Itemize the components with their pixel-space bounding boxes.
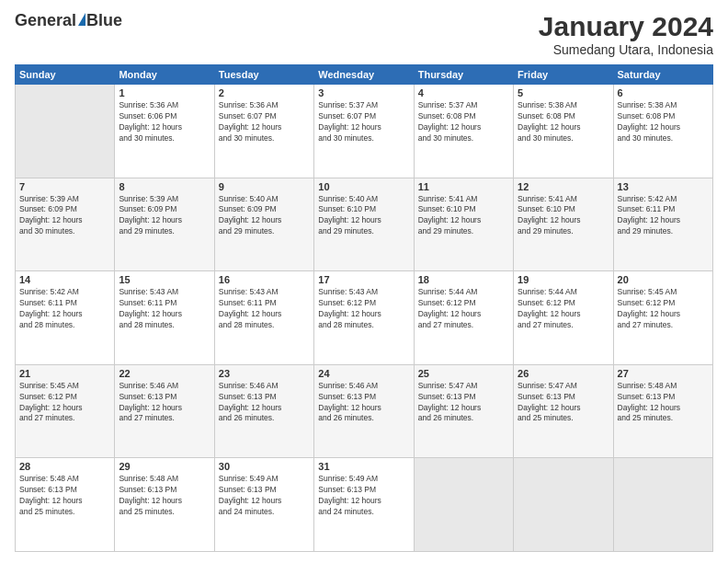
day-number: 19: [518, 274, 609, 285]
cell-info: Sunrise: 5:43 AMSunset: 6:11 PMDaylight:…: [119, 287, 210, 331]
calendar-cell: 1Sunrise: 5:36 AMSunset: 6:06 PMDaylight…: [115, 85, 214, 178]
calendar-cell: 14Sunrise: 5:42 AMSunset: 6:11 PMDayligh…: [16, 271, 115, 365]
calendar-cell: 2Sunrise: 5:36 AMSunset: 6:07 PMDaylight…: [214, 85, 313, 178]
day-number: 16: [219, 274, 310, 285]
calendar-header-row: SundayMondayTuesdayWednesdayThursdayFrid…: [16, 65, 713, 85]
calendar-cell: 8Sunrise: 5:39 AMSunset: 6:09 PMDaylight…: [115, 178, 214, 271]
cell-info: Sunrise: 5:46 AMSunset: 6:13 PMDaylight:…: [119, 381, 210, 425]
cell-info: Sunrise: 5:47 AMSunset: 6:13 PMDaylight:…: [418, 381, 509, 425]
title-block: January 2024 Sumedang Utara, Indonesia: [539, 11, 713, 57]
day-number: 29: [119, 461, 210, 472]
week-row-3: 14Sunrise: 5:42 AMSunset: 6:11 PMDayligh…: [16, 271, 713, 365]
calendar-cell: 27Sunrise: 5:48 AMSunset: 6:13 PMDayligh…: [613, 364, 712, 458]
cell-info: Sunrise: 5:44 AMSunset: 6:12 PMDaylight:…: [518, 287, 609, 331]
calendar-cell: 24Sunrise: 5:46 AMSunset: 6:13 PMDayligh…: [314, 364, 414, 458]
cell-info: Sunrise: 5:48 AMSunset: 6:13 PMDaylight:…: [19, 474, 110, 518]
col-header-thursday: Thursday: [414, 65, 513, 85]
page: General Blue January 2024 Sumedang Utara…: [0, 0, 728, 563]
day-number: 26: [518, 368, 609, 379]
day-number: 10: [318, 181, 409, 192]
cell-info: Sunrise: 5:41 AMSunset: 6:10 PMDaylight:…: [418, 194, 509, 238]
day-number: 21: [19, 368, 110, 379]
week-row-2: 7Sunrise: 5:39 AMSunset: 6:09 PMDaylight…: [16, 178, 713, 271]
day-number: 1: [119, 87, 210, 98]
cell-info: Sunrise: 5:36 AMSunset: 6:06 PMDaylight:…: [119, 100, 210, 144]
cell-info: Sunrise: 5:47 AMSunset: 6:13 PMDaylight:…: [518, 381, 609, 425]
calendar-cell: 6Sunrise: 5:38 AMSunset: 6:08 PMDaylight…: [613, 85, 712, 178]
calendar-table: SundayMondayTuesdayWednesdayThursdayFrid…: [15, 64, 713, 552]
calendar-cell: 5Sunrise: 5:38 AMSunset: 6:08 PMDaylight…: [514, 85, 613, 178]
col-header-wednesday: Wednesday: [314, 65, 414, 85]
day-number: 12: [518, 181, 609, 192]
calendar-cell: [514, 458, 613, 552]
calendar-cell: 4Sunrise: 5:37 AMSunset: 6:08 PMDaylight…: [414, 85, 513, 178]
day-number: 8: [119, 181, 210, 192]
cell-info: Sunrise: 5:40 AMSunset: 6:10 PMDaylight:…: [318, 194, 409, 238]
col-header-sunday: Sunday: [16, 65, 115, 85]
calendar-cell: 7Sunrise: 5:39 AMSunset: 6:09 PMDaylight…: [16, 178, 115, 271]
cell-info: Sunrise: 5:38 AMSunset: 6:08 PMDaylight:…: [518, 100, 609, 144]
calendar-cell: 18Sunrise: 5:44 AMSunset: 6:12 PMDayligh…: [414, 271, 513, 365]
col-header-monday: Monday: [115, 65, 214, 85]
col-header-friday: Friday: [514, 65, 613, 85]
cell-info: Sunrise: 5:43 AMSunset: 6:12 PMDaylight:…: [318, 287, 409, 331]
day-number: 2: [219, 87, 310, 98]
logo-general: General: [15, 11, 76, 30]
day-number: 28: [19, 461, 110, 472]
day-number: 25: [418, 368, 509, 379]
cell-info: Sunrise: 5:49 AMSunset: 6:13 PMDaylight:…: [318, 474, 409, 518]
day-number: 18: [418, 274, 509, 285]
cell-info: Sunrise: 5:38 AMSunset: 6:08 PMDaylight:…: [618, 100, 709, 144]
calendar-cell: 15Sunrise: 5:43 AMSunset: 6:11 PMDayligh…: [115, 271, 214, 365]
cell-info: Sunrise: 5:40 AMSunset: 6:09 PMDaylight:…: [219, 194, 310, 238]
day-number: 20: [618, 274, 709, 285]
cell-info: Sunrise: 5:45 AMSunset: 6:12 PMDaylight:…: [618, 287, 709, 331]
calendar-cell: [16, 85, 115, 178]
cell-info: Sunrise: 5:37 AMSunset: 6:08 PMDaylight:…: [418, 100, 509, 144]
calendar-cell: 26Sunrise: 5:47 AMSunset: 6:13 PMDayligh…: [514, 364, 613, 458]
col-header-saturday: Saturday: [613, 65, 712, 85]
day-number: 5: [518, 87, 609, 98]
cell-info: Sunrise: 5:43 AMSunset: 6:11 PMDaylight:…: [219, 287, 310, 331]
calendar-cell: [613, 458, 712, 552]
calendar-cell: 11Sunrise: 5:41 AMSunset: 6:10 PMDayligh…: [414, 178, 513, 271]
day-number: 24: [318, 368, 409, 379]
cell-info: Sunrise: 5:46 AMSunset: 6:13 PMDaylight:…: [219, 381, 310, 425]
day-number: 11: [418, 181, 509, 192]
cell-info: Sunrise: 5:39 AMSunset: 6:09 PMDaylight:…: [19, 194, 110, 238]
calendar-cell: 9Sunrise: 5:40 AMSunset: 6:09 PMDaylight…: [214, 178, 313, 271]
calendar-cell: 10Sunrise: 5:40 AMSunset: 6:10 PMDayligh…: [314, 178, 414, 271]
day-number: 7: [19, 181, 110, 192]
cell-info: Sunrise: 5:36 AMSunset: 6:07 PMDaylight:…: [219, 100, 310, 144]
day-number: 3: [318, 87, 409, 98]
calendar-cell: 3Sunrise: 5:37 AMSunset: 6:07 PMDaylight…: [314, 85, 414, 178]
day-number: 22: [119, 368, 210, 379]
location: Sumedang Utara, Indonesia: [539, 42, 713, 57]
cell-info: Sunrise: 5:48 AMSunset: 6:13 PMDaylight:…: [618, 381, 709, 425]
day-number: 23: [219, 368, 310, 379]
logo-blue: Blue: [86, 11, 122, 30]
day-number: 27: [618, 368, 709, 379]
day-number: 17: [318, 274, 409, 285]
week-row-5: 28Sunrise: 5:48 AMSunset: 6:13 PMDayligh…: [16, 458, 713, 552]
logo-icon: [78, 13, 85, 26]
day-number: 30: [219, 461, 310, 472]
logo-text: General Blue: [15, 11, 122, 30]
calendar-cell: 21Sunrise: 5:45 AMSunset: 6:12 PMDayligh…: [16, 364, 115, 458]
calendar-cell: 31Sunrise: 5:49 AMSunset: 6:13 PMDayligh…: [314, 458, 414, 552]
calendar-cell: 25Sunrise: 5:47 AMSunset: 6:13 PMDayligh…: [414, 364, 513, 458]
week-row-4: 21Sunrise: 5:45 AMSunset: 6:12 PMDayligh…: [16, 364, 713, 458]
cell-info: Sunrise: 5:49 AMSunset: 6:13 PMDaylight:…: [219, 474, 310, 518]
day-number: 14: [19, 274, 110, 285]
cell-info: Sunrise: 5:44 AMSunset: 6:12 PMDaylight:…: [418, 287, 509, 331]
calendar-cell: 30Sunrise: 5:49 AMSunset: 6:13 PMDayligh…: [214, 458, 313, 552]
day-number: 6: [618, 87, 709, 98]
cell-info: Sunrise: 5:46 AMSunset: 6:13 PMDaylight:…: [318, 381, 409, 425]
calendar-cell: 28Sunrise: 5:48 AMSunset: 6:13 PMDayligh…: [16, 458, 115, 552]
cell-info: Sunrise: 5:42 AMSunset: 6:11 PMDaylight:…: [19, 287, 110, 331]
day-number: 9: [219, 181, 310, 192]
calendar-cell: 29Sunrise: 5:48 AMSunset: 6:13 PMDayligh…: [115, 458, 214, 552]
calendar-cell: 22Sunrise: 5:46 AMSunset: 6:13 PMDayligh…: [115, 364, 214, 458]
cell-info: Sunrise: 5:39 AMSunset: 6:09 PMDaylight:…: [119, 194, 210, 238]
cell-info: Sunrise: 5:42 AMSunset: 6:11 PMDaylight:…: [618, 194, 709, 238]
